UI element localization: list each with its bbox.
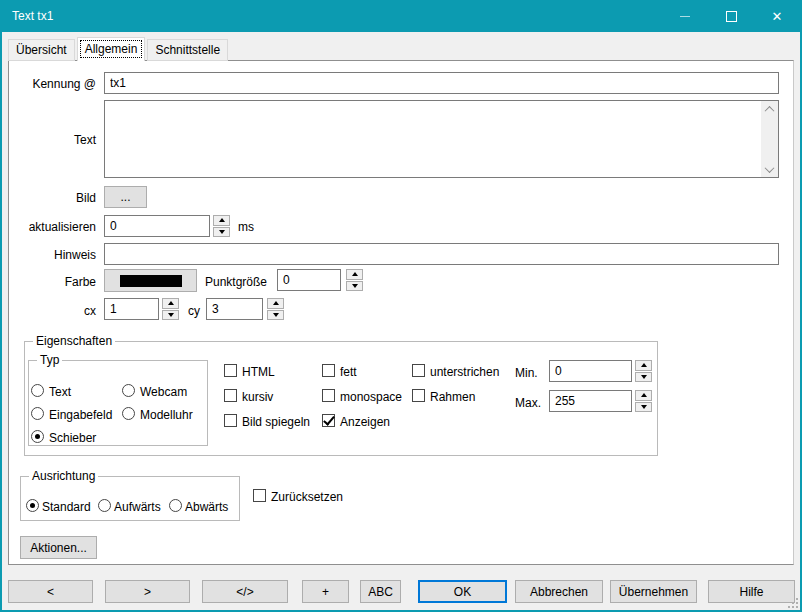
hinweis-input[interactable] bbox=[104, 243, 779, 265]
radio-ausrichtung-abwaerts[interactable] bbox=[169, 499, 182, 512]
spinner-up-button[interactable] bbox=[162, 298, 179, 309]
resize-grip[interactable] bbox=[786, 596, 798, 608]
cx-input[interactable] bbox=[104, 298, 159, 320]
spinner-up-button[interactable] bbox=[635, 360, 652, 371]
scrollbar-up-button[interactable] bbox=[761, 101, 778, 117]
checkbox-rahmen[interactable] bbox=[412, 389, 425, 402]
radio-ausrichtung-abwaerts-label[interactable]: Abwärts bbox=[185, 500, 228, 514]
spinner-up-button[interactable] bbox=[635, 390, 652, 401]
spinner-down-button[interactable] bbox=[213, 227, 230, 238]
ok-button[interactable]: OK bbox=[418, 580, 507, 603]
aktualisieren-input[interactable] bbox=[104, 215, 210, 237]
hilfe-button[interactable]: Hilfe bbox=[708, 580, 795, 603]
spinner-down-button[interactable] bbox=[162, 310, 179, 321]
tab-schnittstelle[interactable]: Schnittstelle bbox=[147, 39, 228, 61]
arrow-up-icon bbox=[641, 393, 647, 397]
radio-ausrichtung-standard-label[interactable]: Standard bbox=[42, 500, 91, 514]
checkbox-monospace-label[interactable]: monospace bbox=[340, 390, 402, 404]
maximize-icon bbox=[726, 11, 737, 22]
radio-ausrichtung-standard[interactable] bbox=[26, 499, 39, 512]
checkbox-bild-spiegeln-label[interactable]: Bild spiegeln bbox=[242, 415, 310, 429]
typ-title: Typ bbox=[37, 353, 62, 367]
aktionen-button[interactable]: Aktionen... bbox=[20, 536, 97, 559]
tab-allgemein[interactable]: Allgemein bbox=[77, 37, 146, 61]
checkbox-html-label[interactable]: HTML bbox=[242, 365, 275, 379]
dialog-text-tx1: Text tx1 ✕ Übersicht Allgemein Schnittst… bbox=[0, 0, 802, 612]
farbe-color-button[interactable] bbox=[104, 269, 197, 292]
arrow-down-icon bbox=[168, 313, 174, 317]
arrow-up-icon bbox=[352, 272, 358, 276]
cy-input[interactable] bbox=[206, 298, 263, 320]
spinner-down-button[interactable] bbox=[267, 310, 284, 321]
max-stepper bbox=[635, 390, 652, 412]
text-textarea[interactable] bbox=[105, 101, 761, 177]
spinner-down-button[interactable] bbox=[635, 372, 652, 383]
checkbox-fett[interactable] bbox=[322, 364, 335, 377]
radio-ausrichtung-aufwaerts-label[interactable]: Aufwärts bbox=[114, 500, 161, 514]
checkbox-anzeigen-label[interactable]: Anzeigen bbox=[340, 415, 390, 429]
radio-typ-schieber-label[interactable]: Schieber bbox=[49, 431, 96, 445]
minimize-icon bbox=[680, 16, 690, 17]
checkbox-html[interactable] bbox=[224, 364, 237, 377]
aktualisieren-unit: ms bbox=[238, 220, 254, 234]
checkbox-monospace[interactable] bbox=[322, 389, 335, 402]
cx-label: cx bbox=[10, 304, 96, 318]
checkbox-fett-label[interactable]: fett bbox=[340, 365, 357, 379]
radio-typ-webcam-label[interactable]: Webcam bbox=[140, 385, 187, 399]
checkbox-zuruecksetzen-label[interactable]: Zurücksetzen bbox=[271, 490, 343, 504]
spinner-up-button[interactable] bbox=[213, 215, 230, 226]
nav-next-button[interactable]: > bbox=[105, 580, 190, 603]
radio-typ-schieber[interactable] bbox=[31, 430, 44, 443]
checkbox-unterstrichen[interactable] bbox=[412, 364, 425, 377]
close-icon: ✕ bbox=[772, 10, 783, 23]
arrow-down-icon bbox=[641, 405, 647, 409]
abbrechen-button[interactable]: Abbrechen bbox=[515, 580, 603, 603]
radio-typ-text[interactable] bbox=[31, 384, 44, 397]
radio-typ-text-label[interactable]: Text bbox=[49, 385, 71, 399]
checkbox-bild-spiegeln[interactable] bbox=[224, 414, 237, 427]
checkbox-anzeigen[interactable] bbox=[322, 414, 335, 427]
minimize-button[interactable] bbox=[662, 0, 708, 32]
bild-label: Bild bbox=[10, 191, 96, 205]
arrow-down-icon bbox=[273, 313, 279, 317]
punktgroesse-input[interactable] bbox=[277, 269, 341, 291]
textarea-scrollbar[interactable] bbox=[761, 101, 778, 177]
window-title: Text tx1 bbox=[12, 9, 53, 23]
checkbox-zuruecksetzen[interactable] bbox=[253, 489, 266, 502]
nav-prev-button[interactable]: < bbox=[8, 580, 93, 603]
radio-typ-modelluhr-label[interactable]: Modelluhr bbox=[140, 408, 193, 422]
maximize-button[interactable] bbox=[708, 0, 754, 32]
radio-ausrichtung-aufwaerts[interactable] bbox=[98, 499, 111, 512]
ausrichtung-group: Ausrichtung bbox=[20, 476, 240, 521]
checkbox-kursiv[interactable] bbox=[224, 389, 237, 402]
cy-label: cy bbox=[188, 304, 200, 318]
punktgroesse-stepper bbox=[346, 269, 363, 291]
min-stepper bbox=[635, 360, 652, 382]
spinner-down-button[interactable] bbox=[346, 281, 363, 292]
checkbox-rahmen-label[interactable]: Rahmen bbox=[430, 390, 475, 404]
max-input[interactable] bbox=[549, 390, 632, 412]
kennung-input[interactable] bbox=[104, 72, 779, 94]
scrollbar-down-button[interactable] bbox=[761, 161, 778, 177]
farbe-label: Farbe bbox=[10, 275, 96, 289]
abc-button[interactable]: ABC bbox=[360, 580, 401, 603]
uebernehmen-button[interactable]: Übernehmen bbox=[610, 580, 697, 603]
title-bar[interactable]: Text tx1 ✕ bbox=[0, 0, 802, 32]
spinner-up-button[interactable] bbox=[267, 298, 284, 309]
checkbox-unterstrichen-label[interactable]: unterstrichen bbox=[430, 365, 499, 379]
spinner-down-button[interactable] bbox=[635, 402, 652, 413]
tab-uebersicht[interactable]: Übersicht bbox=[8, 39, 75, 61]
cy-stepper bbox=[267, 298, 284, 320]
hinweis-label: Hinweis bbox=[10, 248, 96, 262]
min-input[interactable] bbox=[549, 360, 632, 382]
radio-typ-eingabefeld[interactable] bbox=[31, 407, 44, 420]
bild-browse-button[interactable]: ... bbox=[104, 186, 147, 208]
radio-typ-webcam[interactable] bbox=[122, 384, 135, 397]
checkbox-kursiv-label[interactable]: kursiv bbox=[242, 390, 273, 404]
spinner-up-button[interactable] bbox=[346, 269, 363, 280]
radio-typ-eingabefeld-label[interactable]: Eingabefeld bbox=[49, 408, 112, 422]
code-button[interactable]: </> bbox=[202, 580, 288, 603]
close-button[interactable]: ✕ bbox=[754, 0, 800, 32]
radio-typ-modelluhr[interactable] bbox=[122, 407, 135, 420]
add-button[interactable]: + bbox=[302, 580, 349, 603]
